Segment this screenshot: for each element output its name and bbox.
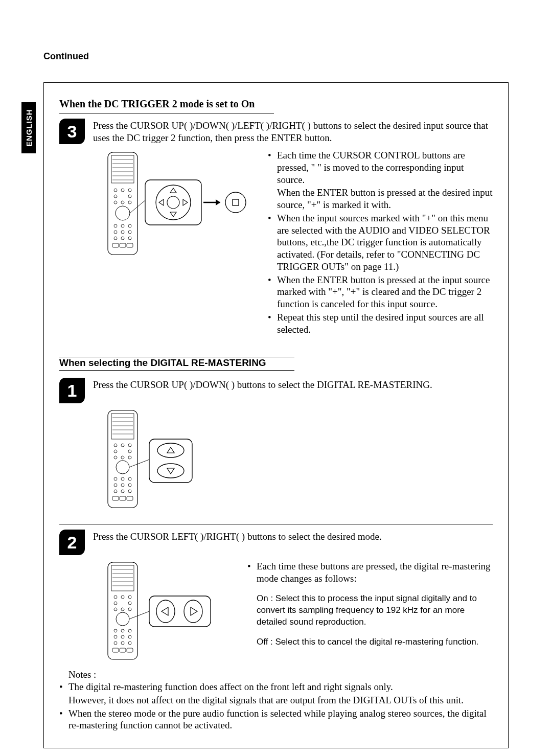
svg-rect-42 (111, 414, 134, 439)
svg-point-105 (156, 600, 175, 623)
step-badge-1: 1 (59, 378, 85, 403)
bullet-item: Each time the CURSOR CONTROL buttons are… (268, 149, 493, 186)
note-item: When the stereo mode or the pure audio f… (59, 707, 493, 732)
svg-rect-76 (111, 565, 134, 591)
step-3-text: Press the CURSOR UP( )/DOWN( )/LEFT( )/R… (93, 119, 493, 144)
divider (59, 524, 493, 524)
continued-label: Continued (43, 51, 509, 62)
bullet-item: Each time these buttons are pressed, the… (247, 560, 493, 585)
language-tab: ENGLISH (21, 102, 36, 153)
section-a-heading: When the DC TRIGGER 2 mode is set to On (59, 98, 493, 110)
note-item: The digital re-mastering function does a… (59, 681, 493, 693)
note-continuation: However, it does not affect on the digit… (59, 694, 493, 706)
remote-updown-figure (105, 408, 223, 511)
step-3: 3 Press the CURSOR UP( )/DOWN( )/LEFT( )… (59, 119, 493, 144)
step-1: 1 Press the CURSOR UP( )/DOWN( ) buttons… (59, 378, 493, 403)
bullet-continuation: When the ENTER button is pressed at the … (268, 187, 493, 211)
notes-block: Notes : The digital re-mastering functio… (59, 669, 493, 731)
mode-on-text: On : Select this to process the input si… (247, 593, 493, 628)
notes-label: Notes : (59, 669, 493, 681)
bullet-item: Repeat this step until the desired input… (268, 311, 493, 336)
content-border: When the DC TRIGGER 2 mode is set to On … (43, 82, 509, 748)
bullet-item: When the input sources marked with "+" o… (268, 212, 493, 273)
section-b-heading-wrap: When selecting the DIGITAL RE-MASTERING (59, 357, 294, 371)
section-b-heading: When selecting the DIGITAL RE-MASTERING (59, 357, 266, 370)
svg-point-16 (116, 206, 130, 220)
step-1-text: Press the CURSOR UP( )/DOWN( ) buttons t… (93, 378, 432, 391)
svg-point-39 (225, 192, 246, 213)
step-2: 2 Press the CURSOR LEFT( )/RIGHT( ) butt… (59, 530, 493, 555)
svg-marker-38 (216, 199, 220, 205)
svg-point-56 (116, 461, 129, 474)
svg-point-90 (116, 612, 129, 626)
remote-leftright-figure (105, 560, 233, 662)
svg-point-71 (157, 443, 184, 457)
svg-point-73 (157, 464, 184, 478)
step-2-bullets: Each time these buttons are pressed, the… (247, 560, 493, 585)
step-2-text: Press the CURSOR LEFT( )/RIGHT( ) button… (93, 530, 382, 543)
svg-point-107 (184, 600, 202, 623)
bullet-item: When the ENTER button is pressed at the … (268, 274, 493, 310)
divider (59, 113, 274, 113)
remote-dpad-enter-figure (105, 149, 254, 262)
step-badge-2: 2 (59, 530, 85, 555)
mode-off-text: Off : Select this to cancel the digital … (247, 636, 493, 648)
section-a-bullets: Each time the CURSOR CONTROL buttons are… (268, 149, 493, 336)
step-badge-3: 3 (59, 119, 85, 144)
svg-point-32 (167, 196, 179, 209)
